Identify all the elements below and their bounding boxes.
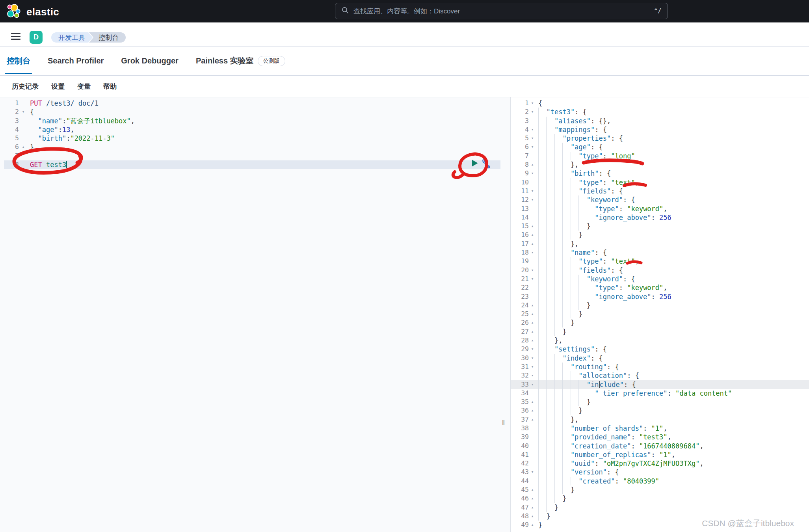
code-text: "provided_name": "test3", [538,433,671,441]
token: 256 [659,214,671,221]
indent-guide [538,222,546,231]
fold-open-icon[interactable]: ▾ [19,108,28,116]
fold-close-icon[interactable]: ▴ [529,222,536,231]
fold-close-icon[interactable]: ▴ [529,318,536,327]
tab-label: Painless 实验室 [196,56,254,66]
response-line-31: 31▾"routing": { [511,363,809,371]
fold-close-icon[interactable]: ▴ [529,503,536,512]
fold-close-icon[interactable]: ▴ [529,336,536,345]
fold-open-icon[interactable]: ▾ [529,468,536,476]
fold-close-icon[interactable]: ▴ [529,485,536,494]
fold-open-icon[interactable]: ▾ [529,187,536,195]
fold-close-icon[interactable]: ▴ [529,494,536,503]
line-number: 6 [511,143,529,151]
console-menu-item-2[interactable]: 变量 [77,82,91,91]
indent-guide [538,354,546,363]
token: "2022-11-3" [70,134,115,142]
global-search-input[interactable]: 查找应用、内容等。例如：Discover ^/ [335,3,668,19]
indent-guide [562,205,570,213]
fold-open-icon[interactable]: ▾ [529,345,536,353]
fold-spacer [529,117,536,125]
token: "oM2pn7gvTXC4ZjMFUO3TXg" [603,459,700,467]
indent-guide [546,178,554,187]
tab-控制台[interactable]: 控制台 [7,47,30,76]
fold-close-icon[interactable]: ▴ [529,415,536,424]
fold-open-icon[interactable]: ▾ [529,266,536,275]
indent-guide [538,292,546,301]
request-editor[interactable]: 1PUT /test3/_doc/12▾{3 "name":"蓝盒子itblue… [4,97,500,532]
request-options-button[interactable] [480,157,491,170]
response-line-8: 8▴}, [511,160,809,169]
code-text: "created": "8040399" [538,477,659,485]
tab-search-profiler[interactable]: Search Profiler [48,47,104,76]
send-request-button[interactable] [471,157,478,170]
response-viewer[interactable]: 1▾{2▾"test3": {3"aliases": {},4▾"mapping… [510,97,809,532]
editor-line-3: 3 "name":"蓝盒子itbluebox", [4,117,500,125]
token: } [571,319,575,327]
indent-guide [554,477,562,485]
fold-close-icon[interactable]: ▴ [19,143,28,151]
fold-open-icon[interactable]: ▾ [529,248,536,257]
indent-guide [546,354,554,363]
indent-guide [554,433,562,441]
fold-open-icon[interactable]: ▾ [529,363,536,371]
indent-guide [554,205,562,213]
code-text: }, [538,415,578,424]
fold-close-icon[interactable]: ▴ [529,240,536,248]
line-number: 37 [511,415,529,424]
response-line-2: 2▾"test3": { [511,108,809,116]
fold-open-icon[interactable]: ▾ [529,125,536,134]
fold-close-icon[interactable]: ▴ [529,398,536,406]
line-number: 5 [4,134,19,143]
fold-open-icon[interactable]: ▾ [529,134,536,143]
fold-close-icon[interactable]: ▴ [529,231,536,239]
menu-toggle-button[interactable] [11,33,20,40]
tab-label: Grok Debugger [121,56,179,65]
fold-open-icon[interactable]: ▾ [529,380,536,389]
fold-close-icon[interactable]: ▴ [529,327,536,336]
fold-close-icon[interactable]: ▴ [529,310,536,318]
fold-open-icon[interactable]: ▾ [529,195,536,204]
fold-close-icon[interactable]: ▴ [529,301,536,310]
fold-close-icon[interactable]: ▴ [529,512,536,521]
line-number: 28 [511,336,529,345]
token: "allocation" [578,372,627,379]
token: "version" [571,468,607,476]
indent-guide [538,240,546,248]
indent-guide [546,485,554,494]
token: "in [587,381,599,389]
pane-splitter[interactable]: ‖ [500,194,510,532]
watermark: CSDN @蓝盒子itbluebox [702,518,794,529]
indent-guide [571,477,578,485]
console-menu-item-3[interactable]: 帮助 [103,82,117,91]
response-line-40: 40"creation_date": "1667440809684", [511,442,809,450]
fold-open-icon[interactable]: ▾ [529,275,536,283]
indent-guide [538,485,546,494]
breadcrumb-item-0[interactable]: 开发工具 [51,32,88,43]
response-line-46: 46▴} [511,494,809,503]
fold-open-icon[interactable]: ▾ [529,99,536,108]
code-text: "keyword": { [538,275,635,283]
token: : [631,442,639,450]
indent-guide [554,424,562,433]
token: : { [595,126,607,134]
breadcrumb-item-1[interactable]: 控制台 [89,32,126,43]
fold-open-icon[interactable]: ▾ [529,169,536,178]
fold-open-icon[interactable]: ▾ [529,371,536,380]
fold-close-icon[interactable]: ▴ [529,521,536,529]
fold-open-icon[interactable]: ▾ [529,108,536,116]
token: "long" [611,152,635,160]
fold-open-icon[interactable]: ▾ [529,354,536,363]
console-menu-item-1[interactable]: 设置 [51,82,65,91]
fold-open-icon[interactable]: ▾ [529,143,536,151]
console-menu-item-0[interactable]: 历史记录 [12,82,39,91]
space-avatar[interactable]: D [30,31,43,44]
indent-guide [538,327,546,336]
fold-close-icon[interactable]: ▴ [529,406,536,415]
code-text: }, [538,160,578,169]
elastic-logo[interactable]: elastic [6,3,59,21]
tab-painless-实验室[interactable]: Painless 实验室公测版 [196,47,285,76]
tab-grok-debugger[interactable]: Grok Debugger [121,47,179,76]
token: "uuid" [571,459,595,467]
fold-close-icon[interactable]: ▴ [529,160,536,169]
